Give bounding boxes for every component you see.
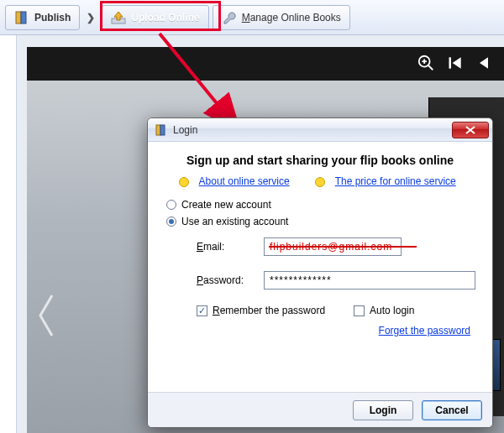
email-label: Email: [197, 241, 255, 253]
radio-existing-account[interactable]: Use an existing account [166, 216, 475, 227]
upload-online-button[interactable]: Upload Online [102, 5, 208, 30]
annotation-strike [269, 246, 417, 248]
svg-rect-0 [16, 12, 21, 23]
password-label: Password: [197, 274, 255, 286]
chevron-right-icon: ❯ [83, 12, 98, 23]
zoom-in-icon[interactable] [417, 54, 435, 75]
radio-icon [166, 216, 176, 227]
svg-rect-8 [449, 57, 452, 68]
svg-marker-10 [480, 57, 488, 68]
remember-label: Remember the password [213, 305, 325, 316]
svg-rect-14 [160, 125, 165, 135]
close-icon [465, 126, 475, 134]
login-dialog: Login Sign up and start sharing your fli… [147, 117, 493, 428]
first-page-icon[interactable] [447, 55, 464, 74]
login-button[interactable]: Login [353, 400, 413, 420]
left-ruler [0, 35, 17, 433]
prev-nav-chevron-icon[interactable] [34, 290, 59, 343]
autologin-label: Auto login [370, 305, 414, 316]
price-link[interactable]: The price for online service [335, 175, 456, 187]
wrench-icon [222, 10, 237, 25]
dialog-button-bar: Login Cancel [148, 392, 492, 427]
svg-rect-13 [156, 125, 160, 135]
main-toolbar: Publish ❯ Upload Online MManage Online B… [0, 0, 504, 35]
radio-icon [166, 200, 176, 210]
autologin-checkbox[interactable]: Auto login [354, 305, 414, 316]
password-field[interactable] [264, 271, 475, 290]
bulb-icon [315, 177, 325, 187]
forget-password-link[interactable]: Forget the password [379, 325, 470, 336]
remember-checkbox[interactable]: ✓ Remember the password [197, 305, 325, 316]
checkbox-icon [354, 305, 365, 316]
dialog-links: About online service The price for onlin… [165, 175, 475, 187]
radio-existing-label: Use an existing account [181, 216, 288, 227]
about-link[interactable]: About online service [199, 175, 290, 187]
prev-page-icon[interactable] [475, 55, 492, 74]
close-button[interactable] [452, 122, 489, 138]
cancel-button[interactable]: Cancel [422, 400, 482, 420]
publish-button[interactable]: Publish [5, 5, 80, 30]
player-topbar [27, 47, 504, 81]
dialog-titlebar[interactable]: Login [148, 118, 492, 142]
svg-marker-9 [453, 57, 461, 68]
manage-label: MManage Online Booksanage Online Books [242, 12, 341, 23]
manage-books-button[interactable]: MManage Online Booksanage Online Books [213, 5, 350, 30]
checkbox-icon: ✓ [197, 305, 207, 316]
svg-rect-1 [21, 12, 26, 23]
radio-create-label: Create new account [181, 199, 271, 211]
publish-label: Publish [34, 12, 71, 23]
dialog-title: Login [173, 124, 447, 136]
dialog-heading: Sign up and start sharing your flip book… [165, 154, 475, 167]
svg-line-5 [428, 65, 433, 70]
upload-label: Upload Online [131, 12, 199, 23]
app-icon [155, 123, 168, 137]
bulb-icon [179, 177, 189, 187]
upload-icon [111, 10, 126, 25]
book-icon [14, 10, 29, 25]
dialog-body: Sign up and start sharing your flip book… [148, 142, 492, 392]
radio-create-account[interactable]: Create new account [166, 199, 475, 211]
